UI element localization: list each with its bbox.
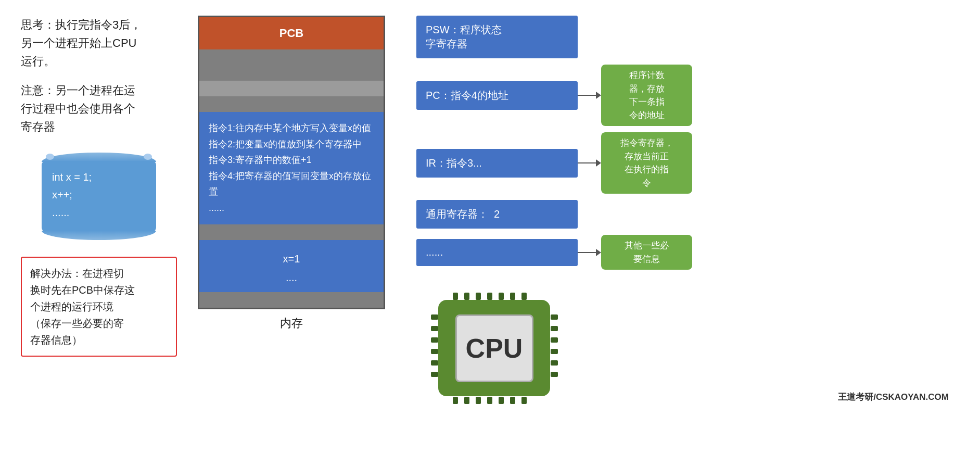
mem-data-x: x=1 xyxy=(205,249,378,268)
arrow-triangle-more xyxy=(596,249,601,256)
left-text-think: 思考：执行完指令3后，另一个进程开始上CPU运行。 xyxy=(21,16,177,71)
bubble-arrow-pc xyxy=(578,92,601,99)
mem-gray-2 xyxy=(199,81,384,96)
code-body: int x = 1; x++; ...... xyxy=(42,161,156,232)
reg-pc: PC：指令4的地址 xyxy=(416,81,578,110)
bubble-more: 其他一些必要信息 xyxy=(601,235,692,270)
mem-label: 内存 xyxy=(280,316,303,331)
arrow-triangle-pc xyxy=(596,92,601,99)
watermark: 王道考研/CSKAOYAN.COM xyxy=(838,391,949,403)
mem-instructions: 指令1:往内存中某个地方写入变量x的值 指令2:把变量x的值放到某个寄存器中 指… xyxy=(199,112,384,224)
instruction-1: 指令1:往内存中某个地方写入变量x的值 xyxy=(209,120,374,136)
bubble-pc: 程序计数器，存放下一条指令的地址 xyxy=(601,65,692,126)
mem-gray-3 xyxy=(199,96,384,112)
middle-panel: PCB 指令1:往内存中某个地方写入变量x的值 指令2:把变量x的值放到某个寄存… xyxy=(193,16,390,331)
mem-gray-bot xyxy=(199,292,384,308)
reg-more: ...... xyxy=(416,239,578,266)
memory-box: PCB 指令1:往内存中某个地方写入变量x的值 指令2:把变量x的值放到某个寄存… xyxy=(198,16,385,309)
instruction-4: 指令4:把寄存器的值写回变量x的存放位置 xyxy=(209,168,374,200)
code-line-3: ...... xyxy=(52,204,146,221)
mem-gray-mid xyxy=(199,224,384,240)
reg-psw: PSW：程序状态字寄存器 xyxy=(416,16,578,58)
instruction-2: 指令2:把变量x的值放到某个寄存器中 xyxy=(209,136,374,153)
code-scroll: int x = 1; x++; ...... xyxy=(42,152,156,241)
bubble-arrow-more xyxy=(578,249,601,256)
reg-row-pc: PC：指令4的地址 程序计数器，存放下一条指令的地址 xyxy=(416,65,692,126)
left-text-note: 注意：另一个进程在运行过程中也会使用各个寄存器 xyxy=(21,81,177,136)
arrow-line-more xyxy=(578,252,596,253)
scroll-bottom-decoration xyxy=(42,231,156,240)
reg-row-general: 通用寄存器： 2 xyxy=(416,200,692,229)
cpu-chip-label: CPU xyxy=(466,333,523,364)
reg-row-psw: PSW：程序状态字寄存器 xyxy=(416,16,692,58)
solution-box: 解决办法：在进程切换时先在PCB中保存这个进程的运行环境（保存一些必要的寄存器信… xyxy=(21,257,177,357)
mem-data: x=1 .... xyxy=(199,240,384,292)
left-panel: 思考：执行完指令3后，另一个进程开始上CPU运行。 注意：另一个进程在运行过程中… xyxy=(21,16,177,357)
cpu-chip: CPU xyxy=(427,288,562,408)
arrow-line-ir xyxy=(578,162,596,163)
instruction-more: ...... xyxy=(209,200,374,216)
mem-gray-1 xyxy=(199,49,384,81)
reg-ir: IR：指令3... xyxy=(416,149,578,178)
code-line-2: x++; xyxy=(52,186,146,204)
bubble-arrow-ir xyxy=(578,159,601,167)
mem-pcb-label: PCB xyxy=(199,17,384,49)
bubble-ir: 指令寄存器，存放当前正在执行的指令 xyxy=(601,132,692,194)
mem-data-dots: .... xyxy=(205,268,378,287)
right-panel: PSW：程序状态字寄存器 PC：指令4的地址 程序计数器，存放下一条指令的地址 … xyxy=(406,16,959,408)
reg-row-ir: IR：指令3... 指令寄存器，存放当前正在执行的指令 xyxy=(416,132,692,194)
arrow-triangle-ir xyxy=(596,159,601,167)
arrow-line-pc xyxy=(578,95,596,96)
main-container: 思考：执行完指令3后，另一个进程开始上CPU运行。 注意：另一个进程在运行过程中… xyxy=(0,0,980,424)
reg-row-more: ...... 其他一些必要信息 xyxy=(416,235,692,270)
instruction-3: 指令3:寄存器中的数值+1 xyxy=(209,152,374,168)
code-line-1: int x = 1; xyxy=(52,168,146,186)
reg-general: 通用寄存器： 2 xyxy=(416,200,578,229)
